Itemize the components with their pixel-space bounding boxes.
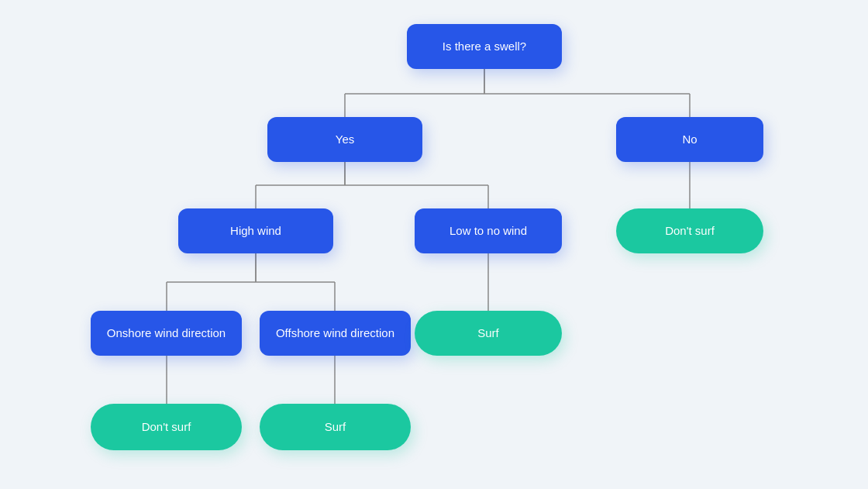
no-label: No (682, 133, 697, 146)
yes-label: Yes (336, 133, 354, 146)
high-wind-label: High wind (230, 224, 281, 237)
root-label: Is there a swell? (443, 40, 526, 53)
offshore-node: Offshore wind direction (260, 311, 411, 356)
surf-low-label: Surf (477, 326, 499, 339)
dont-surf-onshore-node: Don't surf (91, 404, 242, 450)
onshore-node: Onshore wind direction (91, 311, 242, 356)
surf-offshore-label: Surf (325, 420, 346, 433)
low-wind-label: Low to no wind (450, 224, 527, 237)
dont-surf-onshore-label: Don't surf (142, 420, 191, 433)
yes-node: Yes (267, 117, 422, 162)
no-node: No (616, 117, 763, 162)
low-wind-node: Low to no wind (415, 208, 562, 253)
dont-surf-no-label: Don't surf (665, 224, 715, 237)
onshore-label: Onshore wind direction (107, 326, 226, 339)
surf-low-node: Surf (415, 311, 562, 356)
flowchart: Is there a swell? Yes No High wind Low t… (27, 9, 841, 481)
offshore-label: Offshore wind direction (276, 326, 394, 339)
dont-surf-no-node: Don't surf (616, 208, 763, 253)
root-node: Is there a swell? (407, 24, 562, 69)
high-wind-node: High wind (178, 208, 333, 253)
surf-offshore-node: Surf (260, 404, 411, 450)
